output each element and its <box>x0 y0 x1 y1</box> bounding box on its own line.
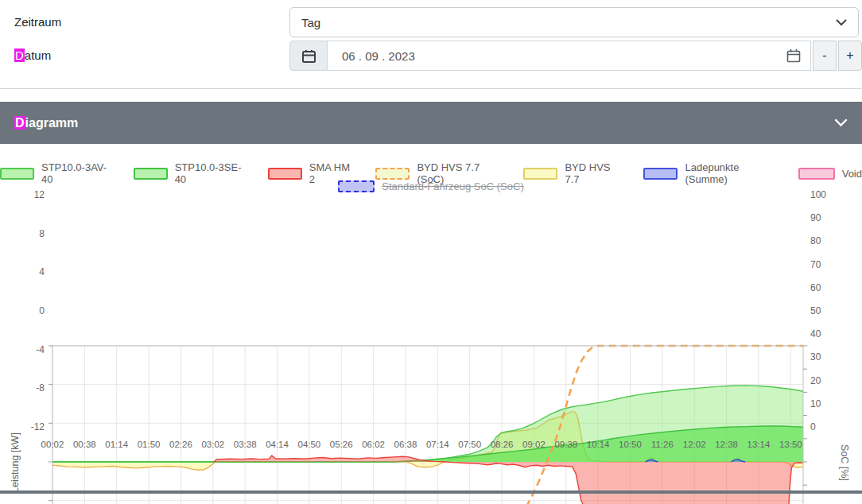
datum-label-accesskey: D <box>14 48 25 62</box>
y-axis-tick-label: -12 <box>0 421 45 432</box>
y-axis-tick-label: -4 <box>0 344 45 355</box>
calendar-icon <box>302 49 316 63</box>
y2-axis-tick-label: 60 <box>810 282 821 293</box>
section-divider <box>0 88 862 89</box>
date-field[interactable]: 06 . 09 . 2023 <box>328 41 811 71</box>
zeitraum-label: Zeitraum <box>14 15 61 29</box>
y-axis-tick-label: -8 <box>0 382 45 394</box>
y-axis-tick-label: 0 <box>0 305 45 316</box>
date-minus-button[interactable]: - <box>813 41 837 71</box>
y2-axis-tick-label: 80 <box>810 235 821 246</box>
date-plus-button[interactable]: + <box>838 41 862 71</box>
x-axis-tick-label: 13:50 <box>770 440 811 449</box>
date-input-group: 06 . 09 . 2023 - + <box>289 41 862 71</box>
y2-axis-tick-label: 50 <box>810 305 821 316</box>
y-axis-tick-label: 4 <box>0 266 45 277</box>
series-area <box>214 456 803 504</box>
y2-axis-tick-label: 10 <box>810 398 821 409</box>
diagramm-title-accesskey: D <box>14 116 25 130</box>
collapse-chevron-icon[interactable] <box>834 118 848 127</box>
plot-area <box>52 346 803 504</box>
date-field-value: 06 . 09 . 2023 <box>342 49 415 63</box>
chevron-down-icon <box>836 19 847 26</box>
y2-axis-tick-label: 70 <box>810 259 821 270</box>
page: Zeitraum Tag Datum 06 . 09 . 2023 <box>0 0 862 504</box>
diagramm-panel-header[interactable]: Diagramm <box>0 102 862 144</box>
next-panel-top-edge <box>0 490 862 494</box>
y2-axis-tick-label: 30 <box>810 351 821 362</box>
datum-label: Datum <box>14 48 51 62</box>
y2-axis-tick-label: 40 <box>810 328 821 339</box>
zeitraum-select-value: Tag <box>301 16 320 29</box>
y2-axis-tick-label: 100 <box>810 189 826 200</box>
y2-axis-tick-label: 90 <box>810 212 821 223</box>
chart: Leistung [kW] SoC [%] Zeit 12840-4-8-121… <box>0 145 862 490</box>
y2-axis-tick-label: 0 <box>810 421 816 432</box>
y-axis-tick-label: 12 <box>0 189 45 200</box>
date-picker-icon[interactable] <box>786 48 801 63</box>
zeitraum-select[interactable]: Tag <box>289 7 859 37</box>
y2-axis-tick-label: 20 <box>810 375 821 386</box>
diagramm-panel-title: Diagramm <box>14 116 78 130</box>
calendar-addon-button[interactable] <box>289 41 328 71</box>
y-axis-tick-label: 8 <box>0 228 45 239</box>
